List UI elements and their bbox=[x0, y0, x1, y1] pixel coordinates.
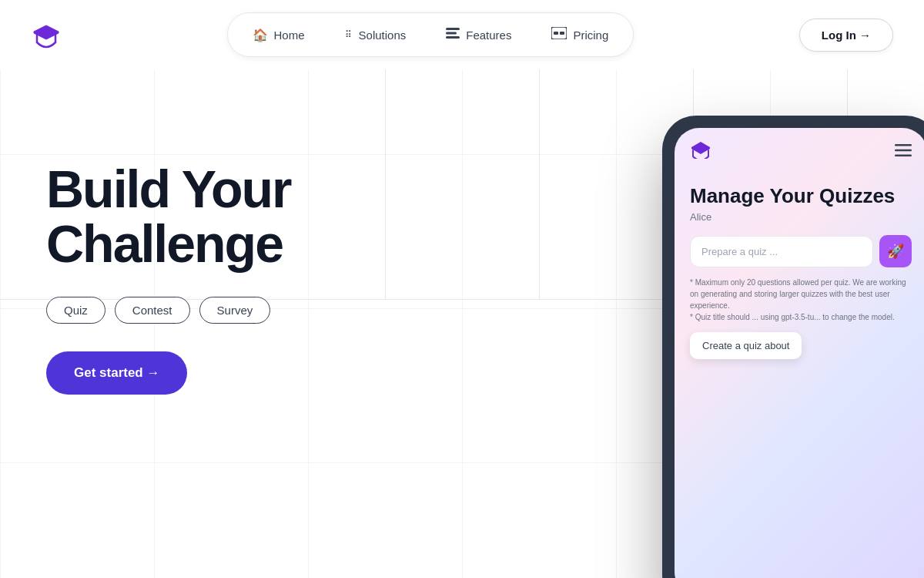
svg-rect-6 bbox=[895, 144, 912, 146]
tag-quiz[interactable]: Quiz bbox=[46, 297, 105, 324]
phone-logo-icon bbox=[690, 140, 711, 163]
left-content: Build Your Challenge Quiz Contest Survey… bbox=[46, 100, 290, 410]
tags-row: Quiz Contest Survey bbox=[46, 297, 290, 324]
right-content: Manage Your Quizzes Alice Prepare a quiz… bbox=[290, 100, 924, 578]
svg-rect-4 bbox=[554, 32, 558, 35]
phone-screen: Manage Your Quizzes Alice Prepare a quiz… bbox=[675, 128, 924, 578]
pricing-icon bbox=[551, 27, 567, 42]
svg-rect-5 bbox=[560, 32, 564, 35]
login-button[interactable]: Log In → bbox=[799, 18, 893, 52]
nav-pill: 🏠 Home ⠿ Solutions Features bbox=[227, 12, 634, 57]
create-quiz-tooltip[interactable]: Create a quiz about bbox=[690, 332, 802, 359]
tag-contest[interactable]: Contest bbox=[115, 297, 190, 324]
phone-mockup: Manage Your Quizzes Alice Prepare a quiz… bbox=[662, 116, 924, 578]
nav-item-features-label: Features bbox=[466, 29, 511, 42]
svg-rect-7 bbox=[895, 149, 912, 151]
phone-input-row: Prepare a quiz ... 🚀 bbox=[690, 235, 912, 267]
nav-item-solutions[interactable]: ⠿ Solutions bbox=[326, 21, 425, 49]
home-icon: 🏠 bbox=[253, 28, 268, 42]
svg-rect-0 bbox=[446, 28, 460, 30]
phone-app-title: Manage Your Quizzes bbox=[690, 184, 912, 208]
phone-app-user: Alice bbox=[690, 211, 912, 223]
features-icon bbox=[446, 28, 460, 42]
svg-rect-2 bbox=[446, 36, 460, 39]
navbar: 🏠 Home ⠿ Solutions Features bbox=[0, 0, 924, 69]
phone-rocket-button[interactable]: 🚀 bbox=[879, 235, 912, 267]
nav-item-home[interactable]: 🏠 Home bbox=[234, 20, 323, 50]
phone-content: Manage Your Quizzes Alice Prepare a quiz… bbox=[675, 169, 924, 371]
solutions-icon: ⠿ bbox=[345, 29, 353, 40]
phone-navbar bbox=[675, 128, 924, 169]
nav-item-solutions-label: Solutions bbox=[359, 29, 407, 42]
hero-title: Build Your Challenge bbox=[46, 162, 290, 272]
phone-hint-text: * Maximum only 20 questions allowed per … bbox=[690, 277, 912, 323]
svg-rect-8 bbox=[895, 154, 912, 156]
logo-icon bbox=[31, 19, 62, 50]
nav-item-pricing[interactable]: Pricing bbox=[533, 19, 627, 50]
svg-rect-1 bbox=[446, 32, 457, 35]
main-content: Build Your Challenge Quiz Contest Survey… bbox=[0, 69, 924, 578]
nav-item-features[interactable]: Features bbox=[427, 20, 530, 49]
nav-item-pricing-label: Pricing bbox=[573, 29, 608, 42]
phone-menu-icon[interactable] bbox=[895, 144, 912, 160]
nav-item-home-label: Home bbox=[274, 29, 305, 42]
phone-quiz-input[interactable]: Prepare a quiz ... bbox=[690, 236, 873, 267]
logo[interactable] bbox=[31, 19, 62, 50]
get-started-button[interactable]: Get started → bbox=[46, 351, 187, 395]
tag-survey[interactable]: Survey bbox=[199, 297, 271, 324]
